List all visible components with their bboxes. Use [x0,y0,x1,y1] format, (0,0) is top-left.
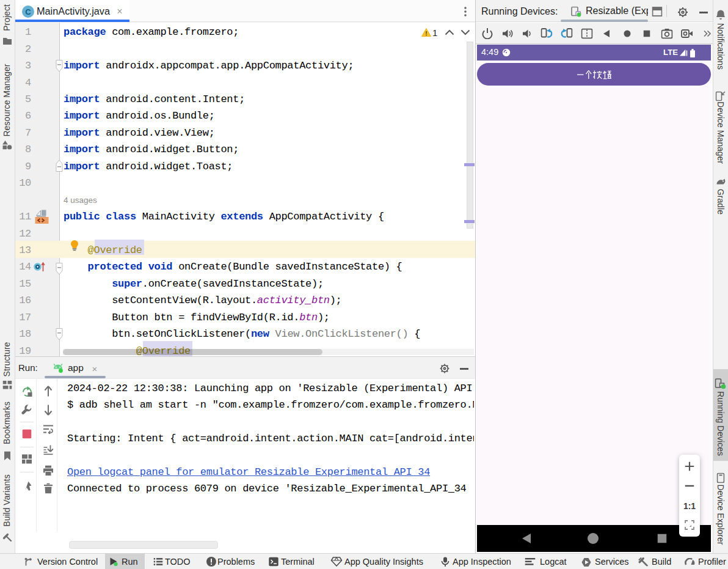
svg-text:C: C [25,7,31,17]
